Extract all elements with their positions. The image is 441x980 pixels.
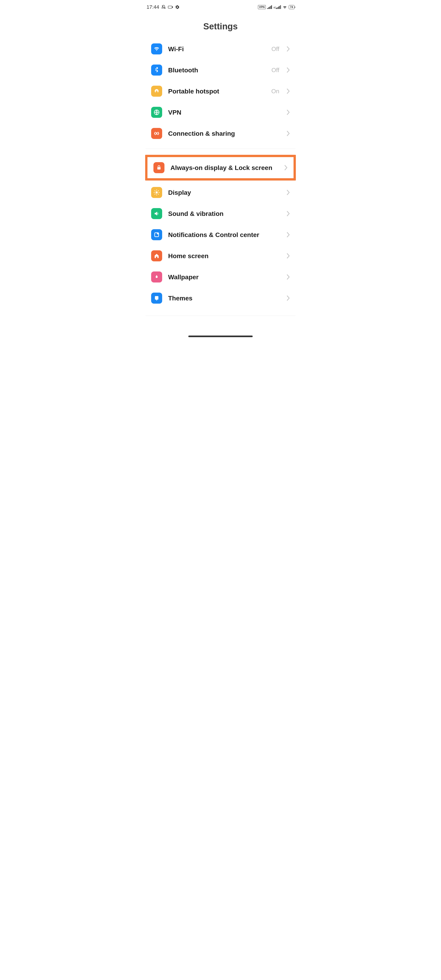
themes-icon: [151, 293, 162, 304]
chevron-right-icon: [287, 67, 290, 73]
row-label: VPN: [168, 108, 281, 116]
chevron-right-icon: [287, 190, 290, 195]
row-home-screen[interactable]: Home screen: [140, 245, 301, 266]
row-label: Wallpaper: [168, 273, 281, 281]
battery-indicator: 74: [289, 5, 295, 9]
chevron-right-icon: [287, 88, 290, 94]
connection-icon: [151, 128, 162, 139]
row-themes[interactable]: Themes: [140, 288, 301, 309]
signal-icon-2: [276, 5, 281, 9]
row-notifications[interactable]: Notifications & Control center: [140, 224, 301, 245]
hotspot-icon: [151, 86, 162, 97]
row-connection-sharing[interactable]: Connection & sharing: [140, 123, 301, 144]
vpn-indicator: VPN: [258, 5, 266, 9]
row-label: Portable hotspot: [168, 87, 265, 95]
row-label: Sound & vibration: [168, 210, 281, 218]
chevron-right-icon: [287, 46, 290, 52]
row-label: Always-on display & Lock screen: [170, 164, 279, 172]
chevron-right-icon: [284, 165, 288, 170]
row-label: Bluetooth: [168, 66, 266, 74]
wallpaper-icon: [151, 272, 162, 283]
section-divider: [146, 315, 295, 316]
svg-point-15: [157, 233, 159, 234]
row-wifi[interactable]: Wi-Fi Off: [140, 38, 301, 59]
gear-icon: [175, 5, 180, 10]
svg-rect-1: [168, 6, 172, 8]
svg-rect-4: [157, 167, 161, 170]
home-indicator[interactable]: [188, 336, 253, 337]
globe-icon: [151, 107, 162, 118]
row-display[interactable]: Display: [140, 182, 301, 203]
row-value: On: [271, 88, 279, 95]
row-bluetooth[interactable]: Bluetooth Off: [140, 59, 301, 81]
svg-rect-17: [156, 300, 157, 301]
svg-line-12: [155, 194, 155, 194]
wifi-icon: [151, 43, 162, 54]
signal-icon-1: [267, 5, 272, 9]
battery-small-icon: [168, 5, 173, 10]
row-label: Home screen: [168, 252, 281, 260]
row-label: Wi-Fi: [168, 45, 266, 53]
svg-line-10: [155, 191, 155, 191]
speaker-icon: [151, 208, 162, 219]
row-label: Themes: [168, 294, 281, 302]
bluetooth-icon: [151, 65, 162, 76]
row-sound[interactable]: Sound & vibration: [140, 203, 301, 224]
settings-list: Wi-Fi Off Bluetooth Off Portable hotspot…: [140, 38, 301, 331]
row-vpn[interactable]: VPN: [140, 102, 301, 123]
chevron-right-icon: [287, 295, 290, 301]
chevron-right-icon: [287, 253, 290, 259]
mute-icon: [161, 5, 166, 10]
chevron-right-icon: [287, 211, 290, 216]
row-aod-lockscreen[interactable]: Always-on display & Lock screen: [148, 157, 293, 178]
lock-icon: [153, 162, 164, 173]
row-label: Notifications & Control center: [168, 231, 281, 239]
brightness-icon: [151, 187, 162, 198]
svg-point-5: [156, 191, 158, 193]
row-label: Display: [168, 189, 281, 197]
svg-line-13: [158, 191, 159, 191]
notifications-icon: [151, 229, 162, 240]
row-wallpaper[interactable]: Wallpaper: [140, 266, 301, 288]
chevron-right-icon: [287, 110, 290, 115]
svg-line-11: [158, 194, 159, 194]
chevron-right-icon: [287, 274, 290, 280]
row-label: Connection & sharing: [168, 129, 281, 138]
home-icon: [151, 250, 162, 261]
status-time: 17:44: [146, 4, 159, 10]
row-value: Off: [272, 67, 279, 74]
status-bar: 17:44 VPN 4G 74: [140, 0, 301, 13]
highlight-box: Always-on display & Lock screen: [145, 155, 296, 181]
row-value: Off: [272, 46, 279, 52]
svg-rect-16: [155, 296, 158, 299]
wifi-status-icon: [282, 5, 287, 9]
row-hotspot[interactable]: Portable hotspot On: [140, 81, 301, 102]
svg-rect-2: [172, 7, 173, 8]
page-title: Settings: [140, 13, 301, 38]
chevron-right-icon: [287, 131, 290, 136]
chevron-right-icon: [287, 232, 290, 237]
